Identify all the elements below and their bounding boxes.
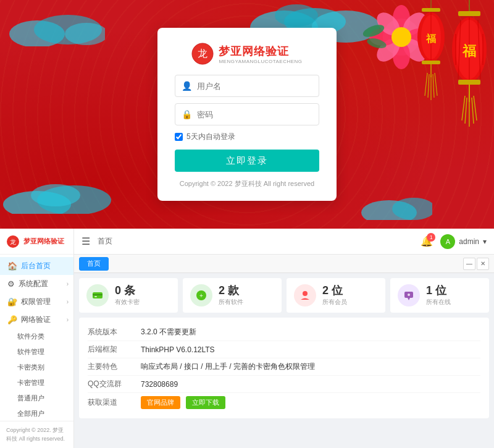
gear-icon: ⚙ [7, 279, 15, 289]
svg-rect-60 [94, 296, 97, 297]
svg-text:龙: 龙 [10, 239, 16, 245]
stat-num-online: 1 位 [426, 285, 482, 296]
sidebar-item-normaluser[interactable]: 普通用户 [0, 391, 73, 406]
svg-line-44 [428, 74, 429, 98]
info-value-qq: 732808689 [141, 380, 480, 389]
download-button[interactable]: 立即下载 [186, 396, 225, 409]
sidebar-label-netverify: 网络验证 [21, 315, 51, 325]
svg-text:福: 福 [425, 33, 436, 44]
login-card: 龙 梦亚网络验证 MENGYAMANGLUCOTAECHENG 👤 🔒 5天内自… [157, 28, 337, 201]
info-row-features: 主要特色 响应式布局 / 接口 / 用上手 / 完善的卡密角色权限管理 [88, 358, 480, 376]
main-content: ☰ 首页 🔔 1 A admin ▾ 首页 [74, 229, 494, 448]
sidebar-item-softcat[interactable]: 软件分类 [0, 329, 73, 344]
password-input[interactable] [197, 110, 312, 119]
stat-info-online: 1 位 所有在线 [426, 285, 482, 306]
info-label-channel: 获取渠道 [88, 397, 131, 408]
user-icon: 👤 [182, 81, 192, 91]
stat-label-online: 所有在线 [426, 298, 482, 306]
svg-line-33 [472, 98, 474, 124]
user-dropdown[interactable]: A admin ▾ [440, 234, 487, 249]
sidebar-item-cardmgr[interactable]: 卡密管理 [0, 375, 73, 391]
svg-rect-37 [422, 8, 440, 12]
topbar: ☰ 首页 🔔 1 A admin ▾ [74, 229, 494, 255]
info-row-qq: QQ交流群 732808689 [88, 376, 480, 393]
sidebar-item-home[interactable]: 🏠 后台首页 [0, 257, 73, 275]
sidebar-logo-text: 梦亚网络验证 [23, 237, 64, 245]
svg-rect-28 [458, 80, 480, 85]
sidebar-item-sysconfig[interactable]: ⚙ 系统配置 › [0, 275, 73, 293]
svg-point-16 [391, 27, 411, 47]
info-row-version: 系统版本 3.2.0 不需要更新 [88, 324, 480, 341]
sidebar-menu: 🏠 后台首页 ⚙ 系统配置 › 🔐 权限管理 › 🔑 网络验证 › 软件分类 [0, 255, 73, 421]
sidebar-label-softmgr: 软件管理 [17, 347, 44, 357]
info-label-features: 主要特色 [88, 361, 131, 372]
stats-row: 0 条 有效卡密 + 2 款 所有软件 [79, 278, 489, 313]
lock-icon: 🔒 [182, 109, 192, 119]
stat-info-software: 2 款 所有软件 [219, 285, 274, 306]
info-value-features: 响应式布局 / 接口 / 用上手 / 完善的卡密角色权限管理 [141, 361, 480, 372]
svg-line-47 [435, 73, 437, 96]
sidebar-logo: 龙 梦亚网络验证 [0, 229, 73, 255]
stat-info-cards: 0 条 有效卡密 [115, 285, 170, 306]
chevron-icon-sysconfig: › [67, 281, 69, 287]
sidebar-item-alluser[interactable]: 全部用户 [0, 406, 73, 421]
password-field-wrap[interactable]: 🔒 [175, 103, 319, 125]
sidebar-label-permission: 权限管理 [21, 297, 51, 307]
sidebar-submenu: 软件分类 软件管理 卡密类别 卡密管理 普通用户 全部用户 [0, 329, 73, 421]
svg-point-63 [303, 291, 308, 296]
svg-line-46 [433, 74, 434, 98]
members-icon [294, 284, 316, 306]
remember-checkbox[interactable] [175, 133, 183, 141]
menu-toggle-icon[interactable]: ☰ [82, 235, 90, 247]
stat-card-software: + 2 款 所有软件 [183, 278, 282, 313]
tab-home[interactable]: 首页 [79, 257, 109, 271]
stat-info-members: 2 位 所有会员 [322, 285, 378, 306]
sidebar-item-permission[interactable]: 🔐 权限管理 › [0, 293, 73, 311]
sidebar-label-alluser: 全部用户 [17, 409, 44, 418]
tab-home-label: 首页 [87, 259, 101, 268]
bell-button[interactable]: 🔔 1 [421, 235, 433, 247]
official-site-button[interactable]: 官网品牌 [141, 396, 180, 409]
sidebar-item-cardtype[interactable]: 卡密类别 [0, 360, 73, 375]
stat-label-software: 所有软件 [219, 298, 274, 306]
svg-line-34 [474, 96, 477, 120]
stat-label-members: 所有会员 [322, 298, 378, 306]
breadcrumb-home: 首页 [98, 236, 112, 247]
login-logo: 龙 梦亚网络验证 MENGYAMANGLUCOTAECHENG [175, 43, 319, 65]
cloud-decoration-bl [0, 177, 111, 216]
svg-text:龙: 龙 [198, 48, 207, 59]
tab-close-btn[interactable]: ✕ [477, 258, 489, 270]
breadcrumb: 首页 [98, 236, 112, 247]
username-input[interactable] [197, 82, 312, 91]
info-label-qq: QQ交流群 [88, 379, 131, 389]
software-icon: + [190, 284, 212, 306]
svg-point-66 [408, 294, 410, 296]
svg-line-30 [462, 96, 465, 120]
remember-row: 5天内自动登录 [175, 132, 319, 142]
svg-point-3 [275, 4, 318, 27]
topbar-right: 🔔 1 A admin ▾ [421, 234, 487, 249]
svg-rect-20 [458, 11, 480, 16]
info-row-channel: 获取渠道 官网品牌 立即下载 [88, 393, 480, 412]
cloud-decoration-tl [6, 12, 105, 49]
username-field-wrap[interactable]: 👤 [175, 75, 319, 97]
sidebar-item-softmgr[interactable]: 软件管理 [0, 344, 73, 360]
info-value-channel: 官网品牌 立即下载 [141, 396, 480, 409]
logo-subtitle: MENGYAMANGLUCOTAECHENG [219, 59, 302, 64]
copyright-text: Copyright © 2022 梦亚科技 All right reserved [175, 179, 319, 188]
info-row-framework: 后端框架 ThinkPHP V6.0.12LTS [88, 341, 480, 358]
info-panel: 系统版本 3.2.0 不需要更新 后端框架 ThinkPHP V6.0.12LT… [79, 318, 489, 418]
cloud-decoration-br [358, 189, 432, 222]
chevron-icon-netverify: › [67, 316, 69, 323]
tab-minimize-btn[interactable]: — [463, 258, 475, 270]
bell-badge: 1 [427, 233, 435, 242]
sidebar-label-cardmgr: 卡密管理 [17, 378, 44, 387]
remember-label: 5天内自动登录 [186, 132, 235, 142]
sidebar-label-sysconfig: 系统配置 [19, 279, 48, 289]
sidebar-item-netverify[interactable]: 🔑 网络验证 › [0, 311, 73, 329]
svg-text:福: 福 [462, 43, 476, 59]
tab-bar: 首页 — ✕ [74, 255, 494, 273]
login-button[interactable]: 立即登录 [175, 150, 319, 172]
sidebar-label-normaluser: 普通用户 [17, 394, 44, 403]
sidebar-label-cardtype: 卡密类别 [17, 363, 44, 372]
